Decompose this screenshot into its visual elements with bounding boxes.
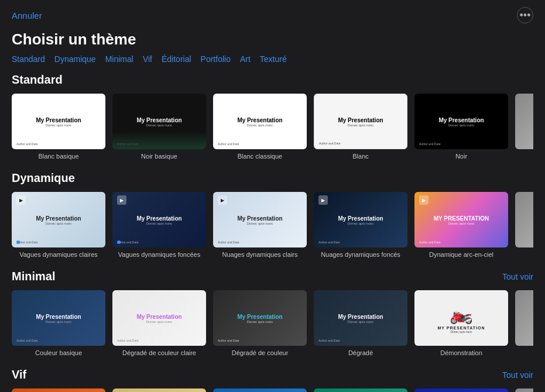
filter-tab-vif[interactable]: Vif	[143, 54, 152, 64]
annuler-button[interactable]: Annuler	[12, 11, 42, 20]
play-icon: ▶	[117, 195, 126, 205]
thumb-presentation-subtitle: Donec quis nunc	[36, 221, 81, 225]
theme-label-vagues-claires: Vagues dynamiques claires	[19, 251, 98, 258]
thumb-presentation-subtitle: Donec quis nunc	[338, 221, 383, 225]
theme-item-noir-basique[interactable]: My PresentationDonec quis nuncAuthor and…	[112, 94, 206, 160]
theme-thumb-vif2: MYPRESENTATION	[112, 388, 206, 392]
theme-thumb-couleur-basique: My PresentationDonec quis nuncAuthor and…	[12, 290, 105, 346]
theme-item-vif3[interactable]: MYPRESENTATION Vif 3	[213, 388, 307, 392]
thumb-presentation-title: My Presentation	[338, 215, 383, 221]
moto-title: MY PRESENTATION	[437, 326, 485, 330]
thumb-author: Author and Date	[218, 142, 239, 146]
theme-item-vagues-claires[interactable]: My PresentationDonec quis nuncAuthor and…	[12, 192, 105, 258]
thumb-text-blanc-basique: My PresentationDonec quis nunc	[36, 116, 81, 126]
thumb-presentation-subtitle: Donec quis nunc	[338, 123, 383, 126]
thumb-author: Author and Date	[318, 240, 340, 244]
filter-tab-éditorial[interactable]: Éditorial	[162, 54, 191, 64]
thumb-presentation-title: My Presentation	[136, 313, 181, 319]
more-icon: •••	[520, 9, 531, 22]
thumb-presentation-subtitle: Donec quis nunc	[136, 221, 181, 225]
thumb-author: Author and Date	[218, 339, 239, 342]
thumb-presentation-title: My Presentation	[338, 313, 383, 319]
theme-item-noir[interactable]: My PresentationDonec quis nuncAuthor and…	[414, 94, 508, 160]
tout-voir-minimal[interactable]: Tout voir	[502, 272, 533, 281]
theme-thumb-blanc-classique: My PresentationDonec quis nuncAuthor and…	[213, 94, 307, 149]
section-header-dynamique: Dynamique	[12, 171, 533, 185]
dot-indicator	[117, 240, 121, 244]
theme-thumb-blanc-basique: My PresentationDonec quis nuncAuthor and…	[12, 94, 105, 149]
sections-container: StandardMy PresentationDonec quis nuncAu…	[0, 73, 545, 392]
thumb-presentation-subtitle: Donec quis nunc	[36, 319, 81, 323]
thumb-presentation-title: My Presentation	[36, 313, 81, 319]
theme-item-partial-dynamique	[515, 192, 533, 258]
filter-tab-dynamique[interactable]: Dynamique	[54, 54, 96, 64]
thumb-author: Author and Date	[117, 339, 138, 342]
play-icon: ▶	[16, 195, 26, 205]
thumb-text-degrade-clair: My PresentationDonec quis nunc	[136, 313, 181, 323]
section-header-minimal: MinimalTout voir	[12, 270, 533, 283]
thumb-text-arc-en-ciel: MY PRESENTATIONDonec quis nunc	[434, 215, 489, 225]
theme-label-arc-en-ciel: Dynamique arc-en-ciel	[429, 251, 493, 258]
theme-thumb-blanc: My PresentationDonec quis nuncAuthor and…	[314, 94, 407, 149]
filter-tab-art[interactable]: Art	[240, 54, 251, 64]
theme-thumb-demo: 🏍️ MY PRESENTATION Donec quis nunc	[414, 290, 508, 346]
thumb-text-nuages-clairs: My PresentationDonec quis nunc	[237, 215, 282, 225]
theme-thumb-noir-basique: My PresentationDonec quis nuncAuthor and…	[112, 94, 206, 149]
thumb-author: Author and Date	[419, 240, 440, 244]
thumb-presentation-subtitle: Donec quis nunc	[438, 123, 484, 126]
play-icon: ▶	[218, 195, 227, 205]
theme-item-degrade-clair[interactable]: My PresentationDonec quis nuncAuthor and…	[112, 290, 206, 356]
thumb-author: Author and Date	[218, 240, 239, 244]
theme-item-demo[interactable]: 🏍️ MY PRESENTATION Donec quis nunc Démon…	[414, 290, 508, 356]
theme-label-degrade: Dégradé	[348, 349, 373, 356]
theme-thumb-vif5: MYPRESENTATION	[414, 388, 508, 392]
theme-item-degrade[interactable]: My PresentationDonec quis nuncAuthor and…	[314, 290, 407, 356]
theme-thumb-vif1: MYPRESENTATION	[12, 388, 105, 392]
theme-thumb-nuages-clairs: My PresentationDonec quis nuncAuthor and…	[213, 192, 307, 247]
theme-thumb-vagues-claires: My PresentationDonec quis nuncAuthor and…	[12, 192, 105, 247]
thumb-author: Author and Date	[117, 142, 138, 146]
theme-item-blanc-basique[interactable]: My PresentationDonec quis nuncAuthor and…	[12, 94, 105, 160]
theme-thumb-vif4: MYPRESENTATION	[314, 388, 407, 392]
filter-tab-portfolio[interactable]: Portfolio	[201, 54, 231, 64]
theme-item-blanc[interactable]: My PresentationDonec quis nuncAuthor and…	[314, 94, 407, 160]
theme-label-blanc-basique: Blanc basique	[38, 153, 78, 160]
thumb-text-vagues-claires: My PresentationDonec quis nunc	[36, 215, 81, 225]
thumb-author: Author and Date	[318, 339, 340, 342]
theme-item-partial-vif	[515, 388, 533, 392]
theme-label-noir: Noir	[455, 153, 467, 160]
filter-tab-texturé[interactable]: Texturé	[260, 54, 287, 64]
thumb-author: Author and Date	[16, 142, 37, 146]
theme-item-vif2[interactable]: MYPRESENTATION Vif 2	[112, 388, 206, 392]
top-bar: Annuler •••	[0, 0, 545, 30]
theme-thumb-degrade: My PresentationDonec quis nuncAuthor and…	[314, 290, 407, 346]
theme-thumb-degrade-couleur: My PresentationDonec quis nuncAuthor and…	[213, 290, 307, 346]
theme-label-noir-basique: Noir basique	[141, 153, 177, 160]
theme-item-vif4[interactable]: MYPRESENTATION Vif 4	[314, 388, 407, 392]
section-title-minimal: Minimal	[12, 270, 55, 283]
filter-tab-minimal[interactable]: Minimal	[105, 54, 133, 64]
theme-label-vagues-foncees: Vagues dynamiques foncées	[118, 251, 200, 258]
more-button[interactable]: •••	[517, 7, 533, 23]
theme-thumb-arc-en-ciel: MY PRESENTATIONDonec quis nuncAuthor and…	[414, 192, 508, 247]
theme-item-arc-en-ciel[interactable]: MY PRESENTATIONDonec quis nuncAuthor and…	[414, 192, 508, 258]
thumb-presentation-title: My Presentation	[36, 116, 81, 123]
thumb-presentation-title: My Presentation	[438, 116, 484, 123]
theme-item-couleur-basique[interactable]: My PresentationDonec quis nuncAuthor and…	[12, 290, 105, 356]
thumb-text-degrade-couleur: My PresentationDonec quis nunc	[237, 313, 282, 323]
theme-item-vagues-foncees[interactable]: My PresentationDonec quis nuncAuthor and…	[112, 192, 206, 258]
motorcycle-icon: 🏍️	[450, 302, 473, 325]
theme-item-vif1[interactable]: MYPRESENTATION Vif 1	[12, 388, 105, 392]
theme-item-blanc-classique[interactable]: My PresentationDonec quis nuncAuthor and…	[213, 94, 307, 160]
themes-row-dynamique: My PresentationDonec quis nuncAuthor and…	[12, 192, 533, 258]
tout-voir-vif[interactable]: Tout voir	[502, 370, 533, 380]
theme-item-nuages-fonces[interactable]: My PresentationDonec quis nuncAuthor and…	[314, 192, 407, 258]
thumb-presentation-title: My Presentation	[237, 313, 282, 319]
theme-item-nuages-clairs[interactable]: My PresentationDonec quis nuncAuthor and…	[213, 192, 307, 258]
filter-tab-standard[interactable]: Standard	[12, 54, 45, 64]
theme-item-degrade-couleur[interactable]: My PresentationDonec quis nuncAuthor and…	[213, 290, 307, 356]
themes-row-minimal: My PresentationDonec quis nuncAuthor and…	[12, 290, 533, 356]
section-header-standard: Standard	[12, 73, 533, 87]
theme-item-vif5[interactable]: MYPRESENTATION Vif 5	[414, 388, 508, 392]
theme-label-couleur-basique: Couleur basique	[35, 349, 82, 356]
